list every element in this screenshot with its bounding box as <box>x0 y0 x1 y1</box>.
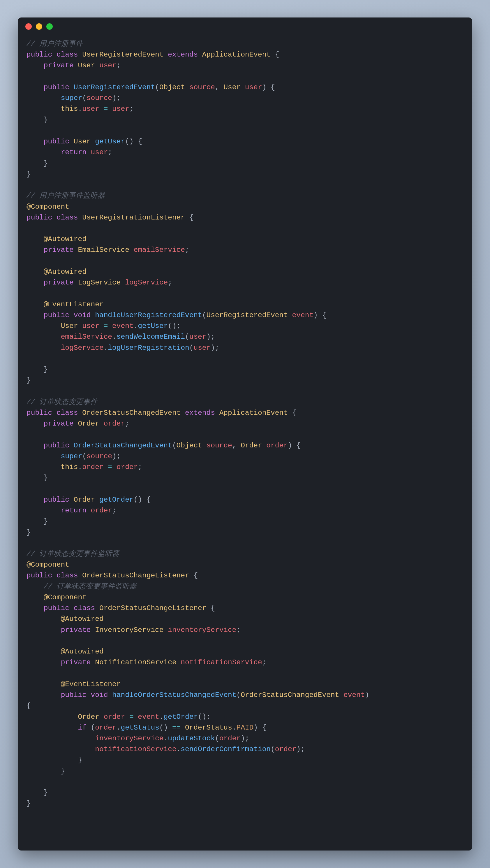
code-token: sendWelcomeEmail <box>117 333 185 341</box>
code-line: @EventListener <box>27 299 463 310</box>
code-token: ); <box>241 735 249 742</box>
code-token: = <box>129 713 134 721</box>
code-token: , <box>215 83 223 91</box>
code-line: notificationService.sendOrderConfirmatio… <box>27 744 463 755</box>
code-token <box>164 626 168 634</box>
code-line: @Component <box>27 202 463 212</box>
code-line: @Autowired <box>27 614 463 624</box>
code-token: ) { <box>288 441 301 450</box>
code-line <box>27 180 463 190</box>
code-line: @Autowired <box>27 234 463 245</box>
code-token <box>27 83 44 91</box>
code-token <box>134 713 138 721</box>
close-icon[interactable] <box>25 23 32 30</box>
code-token: user <box>82 105 99 113</box>
code-token: @Autowired <box>61 615 104 623</box>
code-token <box>27 713 78 721</box>
code-token: ); <box>296 745 305 753</box>
code-token <box>339 691 344 699</box>
code-token: ( <box>189 344 194 352</box>
code-token: user <box>112 105 129 113</box>
code-line: @Component <box>27 559 463 570</box>
code-token: ( <box>82 94 87 102</box>
code-line: public class OrderStatusChangeListener { <box>27 570 463 581</box>
code-line <box>27 386 463 397</box>
code-token: OrderStatusChangedEvent <box>82 409 181 417</box>
code-line: } <box>27 787 463 798</box>
code-line: } <box>27 755 463 766</box>
code-token <box>78 322 82 330</box>
code-token <box>91 626 95 634</box>
code-token: ); <box>210 344 219 352</box>
code-token <box>27 604 44 612</box>
code-token: ( <box>202 311 206 319</box>
code-token: source <box>189 83 215 91</box>
code-token <box>176 658 181 666</box>
code-token <box>121 279 125 286</box>
code-token <box>87 148 91 156</box>
code-token: . <box>78 105 82 113</box>
code-line <box>27 353 463 364</box>
code-token <box>27 94 61 102</box>
code-token: // 用户注册事件监听器 <box>27 192 105 200</box>
code-token: public <box>44 311 69 319</box>
code-token: event <box>112 322 134 330</box>
code-token: , <box>232 441 241 450</box>
code-token <box>74 420 78 428</box>
code-token: ( <box>82 452 87 460</box>
code-token: UserRegistrationListener <box>82 214 185 221</box>
code-line: private User user; <box>27 60 463 71</box>
code-token: . <box>78 463 82 471</box>
code-token <box>181 724 185 732</box>
code-line: { <box>27 701 463 711</box>
code-token: UserRegisteredEvent <box>82 51 163 59</box>
code-line: emailService.sendWelcomeEmail(user); <box>27 332 463 342</box>
code-token <box>99 420 104 428</box>
code-token: user <box>245 83 262 91</box>
code-token: public <box>27 571 52 580</box>
code-line <box>27 429 463 440</box>
code-token: } <box>27 366 48 373</box>
code-token: ); <box>112 452 121 460</box>
code-line: public class OrderStatusChangedEvent ext… <box>27 407 463 418</box>
code-token: } <box>27 789 48 797</box>
code-window: // 用户注册事件public class UserRegisteredEven… <box>18 18 472 850</box>
code-token <box>74 246 78 254</box>
code-line <box>27 71 463 82</box>
code-token <box>91 311 95 319</box>
code-token <box>27 279 44 286</box>
code-token <box>27 583 44 591</box>
code-token <box>27 648 61 655</box>
code-line: this.user = user; <box>27 103 463 114</box>
code-line: User user = event.getUser(); <box>27 321 463 332</box>
code-token: . <box>164 735 168 742</box>
code-token <box>69 496 74 504</box>
code-token <box>95 62 99 69</box>
code-token: inventoryService <box>95 735 163 742</box>
code-token: Order <box>241 441 262 450</box>
code-line: } <box>27 169 463 180</box>
code-editor[interactable]: // 用户注册事件public class UserRegisteredEven… <box>18 33 472 821</box>
code-token: emailService <box>61 333 112 341</box>
code-token: . <box>112 333 117 341</box>
code-token <box>78 409 82 417</box>
maximize-icon[interactable] <box>46 23 53 30</box>
code-token <box>78 571 82 580</box>
minimize-icon[interactable] <box>36 23 42 30</box>
code-token: . <box>176 745 181 753</box>
code-token: getOrder <box>164 713 198 721</box>
code-token <box>27 148 61 156</box>
code-token <box>27 724 78 732</box>
code-token: // 订单状态变更事件监听器 <box>27 550 120 558</box>
code-line: // 订单状态变更事件监听器 <box>27 549 463 559</box>
code-token <box>78 51 82 59</box>
code-token: // 用户注册事件 <box>27 40 83 48</box>
code-line: inventoryService.updateStock(order); <box>27 733 463 744</box>
code-token <box>27 615 61 623</box>
code-token <box>27 246 44 254</box>
code-token: ; <box>112 506 117 515</box>
code-line: // 订单状态变更事件监听器 <box>27 581 463 592</box>
code-token: { <box>189 571 198 580</box>
code-token <box>69 441 74 450</box>
code-token: event <box>292 311 314 319</box>
